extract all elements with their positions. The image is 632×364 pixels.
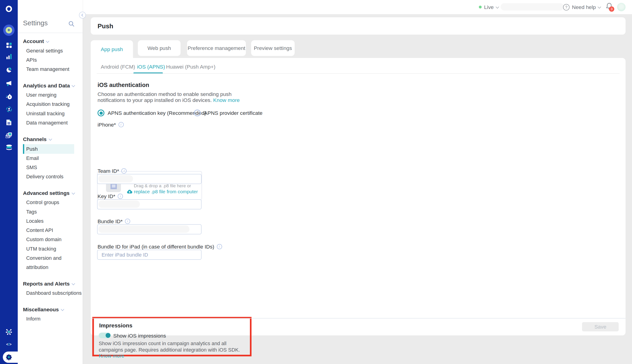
radio-selected-icon[interactable] — [98, 110, 105, 116]
radio-apns-certificate[interactable]: APNS provider certificate — [194, 110, 262, 116]
toggle-label: Show iOS impressions — [113, 333, 166, 339]
sidebar-item-utm-tracking[interactable]: UTM tracking — [18, 244, 83, 254]
sidebar-item-custom-domain[interactable]: Custom domain — [18, 235, 83, 244]
tab-web-push[interactable]: Web push — [138, 40, 181, 56]
dashboard-grid-icon[interactable] — [6, 42, 12, 48]
integrations-hub-icon[interactable] — [6, 328, 12, 335]
moengage-logo-icon[interactable] — [6, 6, 12, 12]
search-icon[interactable] — [69, 21, 75, 27]
ipad-bundle-id-label: Bundle ID for iPad (in case of different… — [98, 244, 222, 250]
environment-switcher[interactable]: Live — [479, 0, 499, 14]
chevron-down-icon — [48, 137, 52, 140]
chevron-down-icon — [46, 39, 49, 42]
main-content: Push App push Web push Preference manage… — [83, 14, 632, 364]
sidebar-item-control-groups[interactable]: Control groups — [18, 198, 83, 207]
radio-apns-key[interactable]: APNS authentication key (Recommended) — [98, 110, 206, 116]
subtab-ios-apns[interactable]: iOS (APNS) — [137, 64, 165, 70]
sidebar-item-email[interactable]: Email — [18, 154, 83, 163]
radio-unselected-icon[interactable] — [194, 110, 201, 116]
nav-group-channels[interactable]: Channels — [18, 133, 83, 144]
chevron-down-icon — [61, 308, 64, 311]
segments-pie-icon[interactable] — [6, 67, 12, 74]
settings-sidebar: Settings Account General settings APIs T… — [18, 0, 83, 364]
sidebar-item-team-management[interactable]: Team management — [18, 65, 83, 74]
create-plus-button[interactable]: + — [3, 24, 15, 36]
chevron-down-icon — [598, 5, 601, 8]
data-database-icon[interactable] — [6, 144, 12, 151]
nav-group-advanced-settings[interactable]: Advanced settings — [18, 187, 83, 198]
page-title-card: Push — [91, 17, 625, 34]
bundle-id-input[interactable] — [97, 224, 201, 234]
notifications-bell[interactable]: 3 — [606, 2, 615, 13]
chevron-down-icon — [71, 191, 75, 194]
need-help-menu[interactable]: ? Need help — [563, 0, 601, 14]
redacted-value — [98, 201, 140, 208]
bundle-id-label: Bundle ID*i — [98, 218, 130, 224]
sidebar-title: Settings — [23, 19, 48, 28]
sidebar-item-data-management[interactable]: Data management — [18, 118, 83, 128]
sidebar-item-inform[interactable]: Inform — [18, 314, 83, 324]
subtab-huawei-push-amp[interactable]: Huawei (Push Amp+) — [166, 64, 215, 70]
info-icon[interactable]: i — [125, 218, 130, 224]
sidebar-item-general-settings[interactable]: General settings — [18, 46, 83, 56]
top-bar: Live ? Need help 3 — [83, 0, 632, 14]
redacted-app-name — [501, 3, 564, 10]
sidebar-item-dashboard-subscriptions[interactable]: Dashboard subscriptions — [18, 289, 83, 298]
chevron-down-icon — [72, 282, 75, 285]
ios-auth-description: Choose an authentication method to enabl… — [98, 91, 252, 103]
environment-label: Live — [484, 4, 494, 10]
sidebar-collapse-button[interactable] — [79, 12, 86, 19]
sidebar-item-conversion-and-attribution[interactable]: Conversion and attribution — [18, 254, 83, 272]
info-icon[interactable]: i — [122, 168, 127, 174]
ios-auth-heading: iOS authentication — [98, 82, 149, 88]
settings-gear-icon[interactable] — [6, 354, 13, 360]
subtab-android-fcm[interactable]: Android (FCM) — [101, 64, 135, 70]
save-button[interactable]: Save — [582, 322, 619, 331]
tab-app-push[interactable]: App push — [91, 40, 133, 58]
info-icon[interactable]: i — [217, 244, 222, 250]
sidebar-item-sms[interactable]: SMS — [18, 163, 83, 172]
key-id-label: Key ID*i — [98, 193, 123, 199]
sidebar-item-locales[interactable]: Locales — [18, 217, 83, 226]
tab-preview-settings[interactable]: Preview settings — [251, 40, 294, 56]
analytics-bars-icon[interactable] — [6, 53, 12, 60]
help-question-icon: ? — [563, 4, 570, 10]
need-help-label: Need help — [572, 4, 596, 10]
sidebar-item-push[interactable]: Push — [23, 144, 74, 154]
team-id-input[interactable] — [97, 174, 201, 184]
ipad-bundle-id-input[interactable]: Enter iPad bundle ID — [97, 250, 201, 260]
impressions-heading: Impressions — [99, 322, 132, 328]
know-more-link[interactable]: Know more — [213, 97, 240, 103]
audience-target-icon[interactable] — [6, 106, 12, 112]
sidebar-item-content-api[interactable]: Content API — [18, 226, 83, 235]
cards-layers-icon[interactable] — [6, 132, 12, 138]
sidebar-item-apis[interactable]: APIs — [18, 56, 83, 65]
campaigns-megaphone-icon[interactable] — [6, 80, 12, 86]
show-ios-impressions-toggle[interactable] — [99, 333, 111, 338]
sidebar-item-acquisition-tracking[interactable]: Acquisition tracking — [18, 100, 83, 109]
upload-cloud-icon — [127, 190, 132, 194]
nav-group-miscellaneous[interactable]: Miscellaneous — [18, 304, 83, 314]
know-more-link[interactable]: Know more — [99, 353, 124, 359]
nav-group-analytics-and-data[interactable]: Analytics and Data — [18, 80, 83, 91]
annotation-highlight-box: Impressions Show iOS impressions Show iO… — [92, 317, 251, 356]
tab-preference-management[interactable]: Preference management — [187, 40, 246, 56]
sidebar-item-user-merging[interactable]: User merging — [18, 91, 83, 100]
templates-document-icon[interactable] — [6, 119, 12, 126]
key-id-input[interactable] — [97, 199, 201, 210]
sidebar-item-uninstall-tracking[interactable]: Uninstall tracking — [18, 109, 83, 118]
flows-stopwatch-icon[interactable] — [6, 94, 12, 100]
replace-file-link[interactable]: replace .p8 file from computer — [127, 189, 198, 195]
nav-group-reports-and-alerts[interactable]: Reports and Alerts — [18, 278, 83, 289]
chevron-down-icon — [496, 5, 499, 8]
sidebar-item-tags[interactable]: Tags — [18, 207, 83, 216]
user-avatar[interactable] — [617, 3, 625, 11]
info-icon[interactable]: i — [118, 122, 124, 127]
info-icon[interactable]: i — [118, 194, 123, 199]
developer-code-icon[interactable]: </> — [6, 341, 12, 348]
team-id-label: Team ID*i — [98, 168, 127, 174]
sidebar-item-delivery-controls[interactable]: Delivery controls — [18, 172, 83, 182]
chevron-down-icon — [72, 84, 75, 87]
redacted-value — [98, 226, 190, 233]
nav-group-account[interactable]: Account — [18, 36, 83, 46]
